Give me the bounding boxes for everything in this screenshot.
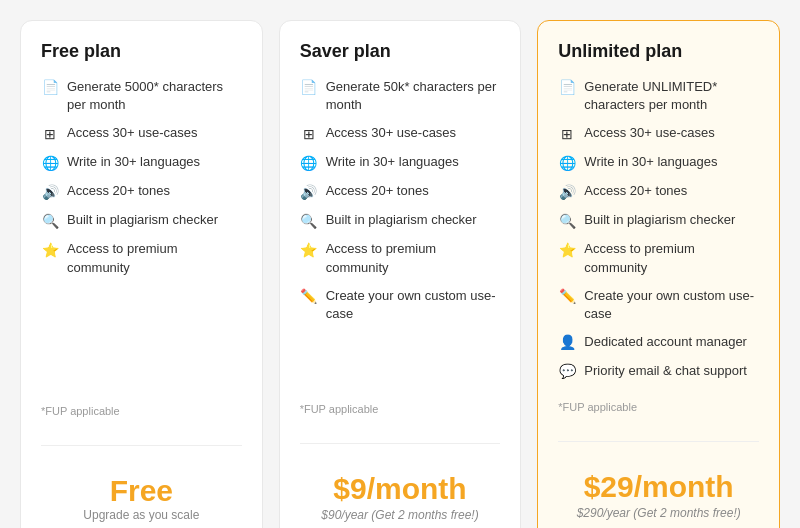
star-icon: ⭐: [558, 241, 576, 259]
search-icon: 🔍: [558, 212, 576, 230]
divider: [558, 441, 759, 442]
document-icon: 📄: [558, 79, 576, 97]
list-item: ⭐Access to premium community: [41, 240, 242, 276]
list-item: ⭐Access to premium community: [300, 240, 501, 276]
list-item: ⊞Access 30+ use-cases: [558, 124, 759, 143]
chat-icon: 💬: [558, 363, 576, 381]
price-yearly-unlimited: $290/year (Get 2 months free!): [558, 506, 759, 520]
search-icon: 🔍: [41, 212, 59, 230]
plan-card-saver: Saver plan📄Generate 50k* characters per …: [279, 20, 522, 528]
list-item: 🔊Access 20+ tones: [41, 182, 242, 201]
grid-icon: ⊞: [558, 125, 576, 143]
search-icon: 🔍: [300, 212, 318, 230]
feature-text: Access 30+ use-cases: [584, 124, 714, 142]
edit-icon: ✏️: [300, 288, 318, 306]
list-item: 💬Priority email & chat support: [558, 362, 759, 381]
tone-icon: 🔊: [41, 183, 59, 201]
list-item: 🌐Write in 30+ languages: [300, 153, 501, 172]
feature-text: Write in 30+ languages: [326, 153, 459, 171]
features-list-unlimited: 📄Generate UNLIMITED* characters per mont…: [558, 78, 759, 391]
list-item: ⊞Access 30+ use-cases: [41, 124, 242, 143]
grid-icon: ⊞: [300, 125, 318, 143]
feature-text: Access to premium community: [584, 240, 759, 276]
list-item: 🔍Built in plagiarism checker: [41, 211, 242, 230]
feature-text: Write in 30+ languages: [584, 153, 717, 171]
feature-text: Access 20+ tones: [584, 182, 687, 200]
plan-card-free: Free plan📄Generate 5000* characters per …: [20, 20, 263, 528]
list-item: ✏️Create your own custom use-case: [558, 287, 759, 323]
list-item: 🔊Access 20+ tones: [558, 182, 759, 201]
plan-card-unlimited: Unlimited plan📄Generate UNLIMITED* chara…: [537, 20, 780, 528]
feature-text: Access to premium community: [67, 240, 242, 276]
divider: [300, 443, 501, 444]
feature-text: Dedicated account manager: [584, 333, 747, 351]
feature-text: Create your own custom use-case: [326, 287, 501, 323]
feature-text: Access 30+ use-cases: [326, 124, 456, 142]
list-item: 🔊Access 20+ tones: [300, 182, 501, 201]
document-icon: 📄: [41, 79, 59, 97]
document-icon: 📄: [300, 79, 318, 97]
edit-icon: ✏️: [558, 288, 576, 306]
price-section-free: FreeUpgrade as you scaleStart now →: [41, 458, 242, 528]
divider: [41, 445, 242, 446]
features-list-free: 📄Generate 5000* characters per month⊞Acc…: [41, 78, 242, 395]
list-item: ⭐Access to premium community: [558, 240, 759, 276]
price-yearly-saver: $90/year (Get 2 months free!): [300, 508, 501, 522]
list-item: 👤Dedicated account manager: [558, 333, 759, 352]
feature-text: Built in plagiarism checker: [584, 211, 735, 229]
plan-title-unlimited: Unlimited plan: [558, 41, 759, 62]
feature-text: Access to premium community: [326, 240, 501, 276]
pricing-container: Free plan📄Generate 5000* characters per …: [20, 20, 780, 528]
tone-icon: 🔊: [558, 183, 576, 201]
list-item: ✏️Create your own custom use-case: [300, 287, 501, 323]
grid-icon: ⊞: [41, 125, 59, 143]
fup-note-unlimited: *FUP applicable: [558, 401, 759, 413]
language-icon: 🌐: [41, 154, 59, 172]
feature-text: Generate UNLIMITED* characters per month: [584, 78, 759, 114]
list-item: 📄Generate UNLIMITED* characters per mont…: [558, 78, 759, 114]
price-main-unlimited: $29/month: [558, 470, 759, 504]
account-icon: 👤: [558, 334, 576, 352]
feature-text: Generate 50k* characters per month: [326, 78, 501, 114]
fup-note-free: *FUP applicable: [41, 405, 242, 417]
feature-text: Built in plagiarism checker: [326, 211, 477, 229]
feature-text: Built in plagiarism checker: [67, 211, 218, 229]
price-main-free: Free: [41, 474, 242, 508]
plan-title-saver: Saver plan: [300, 41, 501, 62]
plan-title-free: Free plan: [41, 41, 242, 62]
price-subtitle-free: Upgrade as you scale: [41, 508, 242, 522]
feature-text: Priority email & chat support: [584, 362, 747, 380]
star-icon: ⭐: [41, 241, 59, 259]
price-section-unlimited: $29/month$290/year (Get 2 months free!)✓…: [558, 454, 759, 528]
list-item: 🔍Built in plagiarism checker: [558, 211, 759, 230]
feature-text: Generate 5000* characters per month: [67, 78, 242, 114]
price-section-saver: $9/month$90/year (Get 2 months free!)✓ S…: [300, 456, 501, 528]
price-main-saver: $9/month: [300, 472, 501, 506]
list-item: 📄Generate 50k* characters per month: [300, 78, 501, 114]
feature-text: Access 20+ tones: [326, 182, 429, 200]
language-icon: 🌐: [558, 154, 576, 172]
list-item: 🌐Write in 30+ languages: [41, 153, 242, 172]
list-item: 🔍Built in plagiarism checker: [300, 211, 501, 230]
features-list-saver: 📄Generate 50k* characters per month⊞Acce…: [300, 78, 501, 393]
list-item: ⊞Access 30+ use-cases: [300, 124, 501, 143]
feature-text: Create your own custom use-case: [584, 287, 759, 323]
list-item: 📄Generate 5000* characters per month: [41, 78, 242, 114]
tone-icon: 🔊: [300, 183, 318, 201]
feature-text: Write in 30+ languages: [67, 153, 200, 171]
feature-text: Access 30+ use-cases: [67, 124, 197, 142]
fup-note-saver: *FUP applicable: [300, 403, 501, 415]
star-icon: ⭐: [300, 241, 318, 259]
language-icon: 🌐: [300, 154, 318, 172]
feature-text: Access 20+ tones: [67, 182, 170, 200]
list-item: 🌐Write in 30+ languages: [558, 153, 759, 172]
